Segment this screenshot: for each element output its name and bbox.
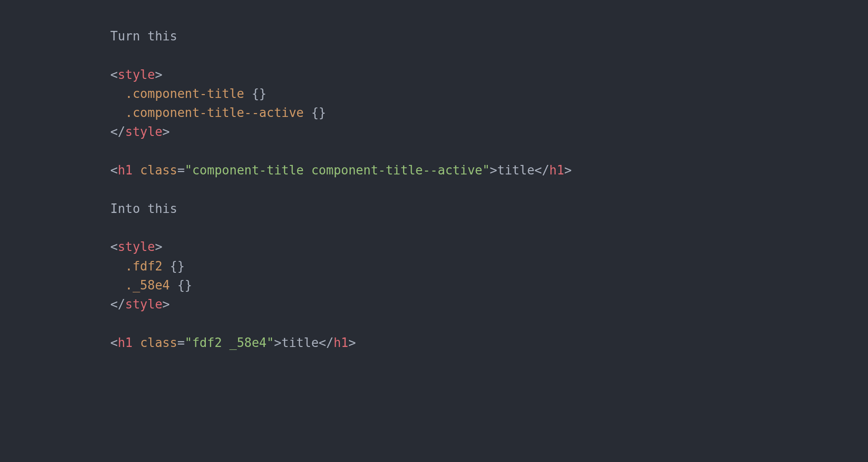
angle-close: > [564,163,572,177]
label-before: Turn this [110,29,177,43]
tag-style-close: style [125,297,162,311]
h1-text: title [497,163,534,177]
angle-close: > [155,240,163,254]
angle-open: < [110,336,118,350]
angle-open: < [110,240,118,254]
h1-text: title [281,336,318,350]
selector-2: .component-title--active [125,106,304,120]
angle-close: > [490,163,497,177]
angle-open: < [110,67,118,82]
attr-class: class [140,336,177,350]
label-after: Into this [110,202,177,216]
angle-close: > [163,125,170,139]
selector-1: .component-title [125,87,244,101]
tag-h1-close: h1 [334,336,348,350]
angle-close: > [163,297,170,311]
class-value-after: "fdf2 _58e4" [185,336,274,350]
tag-h1-close: h1 [550,163,564,177]
attr-class: class [140,163,177,177]
angle-close: > [274,336,281,350]
equals: = [177,336,185,350]
equals: = [177,163,185,177]
angle-close: > [348,336,356,350]
braces: {} [177,278,192,292]
angle-open-slash: </ [318,336,333,350]
braces: {} [251,87,266,101]
tag-h1-open: h1 [118,163,133,177]
braces: {} [311,106,326,120]
code-block: Turn this <style> .component-title {} .c… [0,0,868,352]
tag-h1-open: h1 [118,336,133,350]
tag-style-open: style [118,67,155,82]
selector-2-after: ._58e4 [125,278,170,292]
braces: {} [170,259,184,273]
angle-open-slash: </ [110,125,125,139]
angle-close: > [155,67,163,82]
angle-open-slash: </ [534,163,549,177]
angle-open: < [110,163,118,177]
tag-style-open: style [118,240,155,254]
angle-open-slash: </ [110,297,125,311]
selector-1-after: .fdf2 [125,259,162,273]
class-value: "component-title component-title--active… [185,163,490,177]
tag-style-close: style [125,125,162,139]
